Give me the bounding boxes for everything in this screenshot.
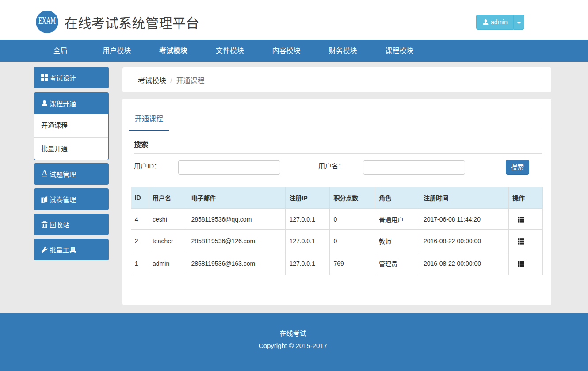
svg-text:EXAM: EXAM bbox=[38, 15, 56, 26]
